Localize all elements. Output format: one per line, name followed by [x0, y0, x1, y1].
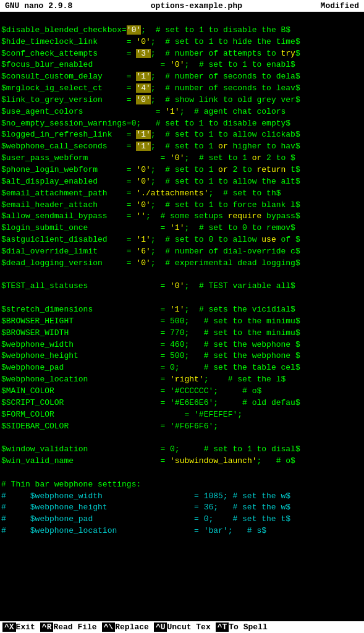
editor-line: $logged_in_refresh_link = '1'; # set to …: [0, 129, 364, 141]
editor-line: $use_agent_colors = '1'; # agent chat co…: [0, 106, 364, 118]
editor-line: $allow_sendmail_bypass = ''; # some setu…: [0, 211, 364, 223]
key-label: ^T: [216, 622, 229, 632]
editor-line: $consult_custom_delay = '1'; # number of…: [0, 71, 364, 83]
editor-line: $webphone_location = 'right'; # set the …: [0, 374, 364, 386]
editor-line: $webphone_call_seconds = '1'; # set to 1…: [0, 141, 364, 153]
editor-line: $webphone_height = 500; # set the webpho…: [0, 350, 364, 362]
key-label: ^U: [154, 622, 167, 632]
editor-line: # $webphone_pad = 0; # set the t$: [0, 514, 364, 525]
editor-line: $user_pass_webform = '0'; # set to 1 or …: [0, 153, 364, 164]
title-bar-center: options-example.php: [151, 1, 242, 11]
editor-line: $disable_blended_checkbox='0'; # set to …: [0, 25, 364, 36]
editor-line: $mrglock_ig_select_ct = '4'; # number of…: [0, 83, 364, 95]
editor-line: $dial_override_limit = '6'; # number of …: [0, 246, 364, 258]
editor-line: $BROWSER_HEIGHT = 500; # set to the mini…: [0, 316, 364, 328]
editor-line: $conf_check_attempts = '3'; # number of …: [0, 48, 364, 60]
bottom-bar-item[interactable]: ^\ Replace: [102, 622, 149, 632]
editor-line: $MAIN_COLOR = '#CCCCCC'; # o$: [0, 386, 364, 397]
editor-line: $hide_timeclock_link = '0'; # set to 1 t…: [0, 36, 364, 48]
editor-line: [0, 270, 364, 281]
key-label: ^R: [40, 622, 54, 632]
title-bar-right: Modified: [321, 1, 359, 11]
editor-line: $phone_login_webform = '0'; # set to 1 o…: [0, 164, 364, 176]
editor-line: $link_to_grey_version = '0'; # show link…: [0, 95, 364, 106]
editor-line: [0, 432, 364, 444]
editor-line: [0, 292, 364, 304]
key-label: ^\: [102, 622, 116, 632]
editor-line: # Thin bar webphone settings:: [0, 479, 364, 491]
editor-line: $TEST_all_statuses = '0'; # TEST variabl…: [0, 281, 364, 292]
editor-line: $BROWSER_WIDTH = 770; # set to the minim…: [0, 328, 364, 339]
key-action-label: Uncut Tex: [167, 622, 210, 632]
key-action-label: Replace: [115, 622, 149, 632]
editor-line: $stretch_dimensions = '1'; # sets the vi…: [0, 304, 364, 316]
editor-line: # $webphone_width = 1085; # set the w$: [0, 491, 364, 503]
editor-line: $focus_blur_enabled = '0'; # set to 1 to…: [0, 59, 364, 71]
title-bar: GNU nano 2.9.8 options-example.php Modif…: [0, 0, 364, 12]
editor-line: $no_empty_session_warnings=0; # set to 1…: [0, 118, 364, 130]
editor-line: $FORM_COLOR = '#EFEFEF';: [0, 409, 364, 421]
editor-line: $login_submit_once = '1'; # set to 0 to …: [0, 223, 364, 234]
editor-line: $email_header_attach = '0'; # set to 1 t…: [0, 200, 364, 211]
editor-area: $disable_blended_checkbox='0'; # set to …: [0, 12, 364, 538]
editor-line: $SCRIPT_COLOR = '#E6E6E6'; # old defau$: [0, 397, 364, 409]
editor-line: $SIDEBAR_COLOR = '#F6F6F6';: [0, 421, 364, 433]
bottom-bar-item[interactable]: ^U Uncut Tex: [154, 622, 211, 632]
editor-line: $webphone_pad = 0; # set the table cel$: [0, 362, 364, 374]
bottom-bar-item[interactable]: ^T To Spell: [216, 622, 268, 632]
editor-line: $win_valid_name = 'subwindow_launch'; # …: [0, 456, 364, 467]
editor-line: $alt_display_enabled = '0'; # set to 1 t…: [0, 176, 364, 188]
title-bar-left: GNU nano 2.9.8: [5, 1, 72, 11]
editor-line: # $webphone_location = 'bar'; # s$: [0, 525, 364, 537]
editor-line: $email_attachment_path = './attachments'…: [0, 188, 364, 200]
bottom-bar: ^X Exit^R Read File^\ Replace^U Uncut Te…: [0, 621, 364, 633]
key-action-label: Read File: [53, 622, 96, 632]
editor-line: [0, 467, 364, 479]
key-label: ^X: [2, 622, 16, 632]
bottom-bar-item[interactable]: ^X Exit: [2, 622, 35, 632]
editor-line: $astguiclient_disabled = '1'; # set to 0…: [0, 234, 364, 246]
editor-line: $webphone_width = 460; # set the webphon…: [0, 339, 364, 351]
editor-line: # $webphone_height = 36; # set the w$: [0, 502, 364, 514]
editor-line: $window_validation = 0; # set to 1 to di…: [0, 444, 364, 456]
editor-line: $dead_logging_version = '0'; # experimen…: [0, 258, 364, 270]
key-action-label: Exit: [16, 622, 35, 632]
key-action-label: To Spell: [229, 622, 267, 632]
bottom-bar-item[interactable]: ^R Read File: [40, 622, 97, 632]
